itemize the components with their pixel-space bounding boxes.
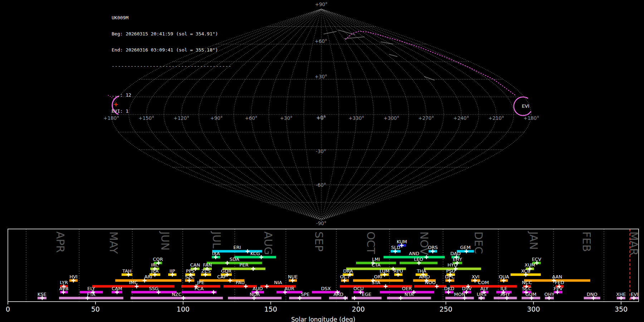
month-label: SEP bbox=[313, 231, 325, 252]
shower-peak-cross-AND bbox=[424, 255, 428, 259]
month-label: APR bbox=[54, 231, 67, 253]
shower-label-ZCS: ZCS bbox=[201, 268, 211, 274]
shower-peak-cross-CAP bbox=[228, 278, 232, 282]
month-label: AUG bbox=[262, 231, 274, 255]
shower-label-FAN: FAN bbox=[203, 262, 212, 268]
month-label: JUN bbox=[159, 231, 171, 250]
shower-peak-cross-STA bbox=[384, 284, 387, 288]
meteor-streak bbox=[424, 77, 434, 80]
shower-label-LMI: LMI bbox=[372, 257, 380, 262]
shower-label-CTA: CTA bbox=[372, 262, 381, 268]
shower-label-COM: COM bbox=[478, 280, 489, 285]
shower-label-DKD: DKD bbox=[444, 286, 454, 291]
shower-label-NZC: NZC bbox=[172, 292, 182, 297]
shower-label-FTA: FTA bbox=[87, 292, 95, 297]
shower-bar-MON bbox=[445, 297, 474, 299]
shower-label-NTA: NTA bbox=[404, 292, 414, 297]
shower-label-MON: MON bbox=[454, 292, 465, 297]
timeline-chart: APRMAYJUNJULAUGSEPOCTNOVDECJANFEBMARKUME… bbox=[6, 229, 640, 322]
shower-label-DNO: DNO bbox=[587, 292, 597, 297]
shower-label-COR: COR bbox=[153, 257, 163, 262]
shower-peak-cross-ARD bbox=[343, 296, 347, 300]
shower-label-URS: URS bbox=[477, 292, 487, 297]
shower-label-PAU: PAU bbox=[236, 280, 245, 285]
x-tick-label: 350 bbox=[615, 305, 628, 313]
shower-bar-AUR bbox=[277, 291, 302, 293]
shower-label-SLD: SLD bbox=[391, 245, 400, 250]
shower-peak-cross-PCA bbox=[211, 290, 215, 294]
shower-label-AAN: AAN bbox=[552, 274, 562, 279]
shower-label-NUE: NUE bbox=[288, 274, 298, 279]
shower-label-AUD: AUD bbox=[253, 286, 263, 291]
observation-header: UK009M Beg: 20260315 20:41:59 (sol = 354… bbox=[112, 4, 231, 125]
shower-label-EVI: EVI bbox=[631, 292, 638, 297]
shower-label-NOO: NOO bbox=[425, 280, 436, 285]
equator-longitude-label: +300° bbox=[384, 115, 399, 121]
shower-label-LEO: LEO bbox=[414, 257, 423, 262]
month-label: DEC bbox=[472, 231, 485, 254]
equator-longitude-label: +30° bbox=[280, 115, 292, 121]
shower-label-ECV: ECV bbox=[532, 257, 541, 262]
shower-bar-SDA bbox=[207, 262, 262, 264]
x-tick-label: 150 bbox=[264, 305, 277, 313]
shower-label-ILE: ILE bbox=[501, 286, 507, 291]
meteor-streak bbox=[389, 54, 397, 57]
shower-label-FED: FED bbox=[555, 280, 564, 285]
station-id: UK009M bbox=[112, 15, 231, 20]
shower-label-AHY: AHY bbox=[501, 292, 510, 297]
latitude-label: +60° bbox=[314, 38, 327, 44]
month-label: FEB bbox=[580, 231, 593, 252]
shower-label-RPU: RPU bbox=[394, 268, 403, 274]
x-tick-label: 200 bbox=[352, 305, 365, 313]
shower-label-FEV: FEV bbox=[554, 286, 563, 291]
shower-label-ORS: ORS bbox=[428, 245, 438, 250]
x-tick-label: 0 bbox=[6, 305, 10, 313]
shower-label-SZC: SZC bbox=[185, 274, 194, 279]
shower-label-NIA: NIA bbox=[274, 280, 282, 285]
x-axis-title: Solar longitude (deg) bbox=[291, 316, 356, 322]
shower-label-NDA: NDA bbox=[250, 292, 260, 297]
month-label: MAY bbox=[107, 231, 120, 254]
shower-label-ELY: ELY bbox=[87, 286, 95, 291]
shower-bar-NOO bbox=[414, 285, 447, 288]
shower-label-OCU: OCU bbox=[353, 286, 364, 291]
shower-label-KCG: KCG bbox=[250, 251, 260, 256]
latitude-label: -30° bbox=[316, 148, 326, 154]
shower-label-XHE: XHE bbox=[616, 292, 626, 297]
count-evi: EVI: 1 bbox=[112, 108, 231, 114]
shower-label-AVB: AVB bbox=[59, 286, 69, 291]
shower-label-SCC: SCC bbox=[522, 286, 531, 291]
shower-label-SPE: SPE bbox=[301, 292, 309, 297]
meteor-streak bbox=[324, 31, 336, 34]
shower-label-PSU: PSU bbox=[446, 268, 455, 274]
shower-peak-cross-SDA bbox=[225, 261, 229, 265]
equator-longitude-label: +240° bbox=[453, 115, 469, 121]
shower-label-NCC: NCC bbox=[522, 280, 532, 285]
month-label: JUL bbox=[210, 231, 223, 249]
pole-top-label: +90° bbox=[315, 1, 327, 7]
month-label: NOV bbox=[418, 231, 430, 255]
shower-label-DPC: DPC bbox=[445, 274, 455, 279]
latitude-label: -60° bbox=[316, 182, 326, 188]
equator-longitude-label: +330° bbox=[348, 115, 364, 121]
shower-peak-cross-NTA bbox=[399, 296, 402, 300]
shower-label-THA: THA bbox=[416, 268, 426, 274]
shower-label-ORI: ORI bbox=[374, 274, 382, 279]
shower-label-CAN: CAN bbox=[190, 262, 200, 268]
meteor-radiant-app: +90°-90°+180°+150°+120°+90°+60°+30°+0°+3… bbox=[0, 0, 644, 322]
sky-and-timeline-canvas: +90°-90°+180°+150°+120°+90°+60°+30°+0°+3… bbox=[0, 0, 644, 322]
equator-longitude-label: +60° bbox=[245, 115, 257, 121]
shower-bar-FTA bbox=[59, 297, 123, 299]
shower-peak-cross-NZC bbox=[181, 296, 185, 300]
shower-label-CAM: CAM bbox=[112, 286, 122, 291]
shower-peak-cross-EGE bbox=[352, 296, 356, 300]
month-label: OCT bbox=[365, 231, 377, 254]
equator-longitude-label: +270° bbox=[418, 115, 434, 121]
count-other: ...: 12 bbox=[112, 92, 231, 98]
shower-label-GEM: GEM bbox=[460, 245, 471, 250]
end-time: End: 20260316 03:09:41 (sol = 355.18°) bbox=[112, 47, 231, 53]
shower-bar-IMC bbox=[92, 285, 175, 288]
shower-bar-KCG bbox=[234, 256, 276, 258]
shower-label-EHY: EHY bbox=[453, 257, 462, 262]
shower-label-STA: STA bbox=[372, 280, 380, 285]
